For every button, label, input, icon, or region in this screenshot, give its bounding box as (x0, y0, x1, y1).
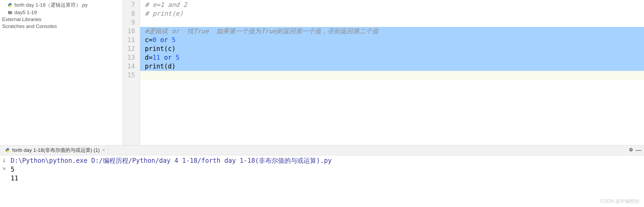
run-tab[interactable]: forth day 1-18(非布尔值的与或运算) (1) × (3, 145, 108, 155)
minimize-icon[interactable]: — (635, 147, 641, 154)
code-line[interactable]: print(c) (140, 44, 644, 53)
python-file-icon (5, 148, 10, 153)
code-line[interactable]: print(d) (140, 62, 644, 71)
gear-icon[interactable] (629, 147, 633, 153)
wrap-icon[interactable]: ⇲ (3, 165, 6, 171)
tree-item-file[interactable]: forth day 1-18（逻辑运算符）.py (0, 1, 122, 9)
close-icon[interactable]: × (102, 148, 105, 153)
code-line[interactable] (140, 18, 644, 27)
console-output: 11 (11, 174, 644, 183)
console-side-icons: ⤓ ⇲ (0, 155, 8, 171)
tree-item-scratches[interactable]: Scratches and Consoles (0, 23, 122, 30)
gutter: 789101112131415 (123, 0, 140, 145)
code-line[interactable]: # e=1 and 2 (140, 1, 644, 9)
python-file-icon (7, 2, 13, 8)
project-tree[interactable]: forth day 1-18（逻辑运算符）.py day5 1-19 Exter… (0, 0, 122, 145)
tree-item-external-libs[interactable]: External Libraries (0, 16, 122, 23)
code-area[interactable]: # e=1 and 2# print(e)#逻辑或 or 找True 如果第一个… (140, 0, 644, 145)
tree-item-folder[interactable]: day5 1-19 (0, 9, 122, 16)
code-line[interactable]: c=0 or 5 (140, 36, 644, 44)
tree-label: Scratches and Consoles (2, 23, 57, 29)
run-console[interactable]: ⤓ ⇲ D:\Python\python.exe D:/编程历程/Python/… (0, 155, 644, 184)
console-command: D:\Python\python.exe D:/编程历程/Python/day … (11, 156, 644, 165)
tree-label: External Libraries (2, 17, 41, 22)
run-tab-label: forth day 1-18(非布尔值的与或运算) (1) (12, 147, 100, 154)
code-line[interactable]: # print(e) (140, 9, 644, 18)
scroll-icon[interactable]: ⤓ (2, 157, 6, 163)
run-tabs-bar: forth day 1-18(非布尔值的与或运算) (1) × — (0, 145, 644, 155)
tree-label: forth day 1-18（逻辑运算符）.py (14, 2, 88, 9)
tree-label: day5 1-19 (14, 10, 37, 15)
code-line[interactable]: d=11 or 5 (140, 53, 644, 62)
code-editor[interactable]: 789101112131415 # e=1 and 2# print(e)#逻辑… (122, 0, 644, 145)
code-line[interactable] (140, 71, 644, 80)
code-line[interactable]: #逻辑或 or 找True 如果第一个值为True则返回第一个值，否则返回第二个… (140, 27, 644, 36)
folder-icon (7, 10, 13, 15)
console-output: 5 (11, 165, 644, 174)
